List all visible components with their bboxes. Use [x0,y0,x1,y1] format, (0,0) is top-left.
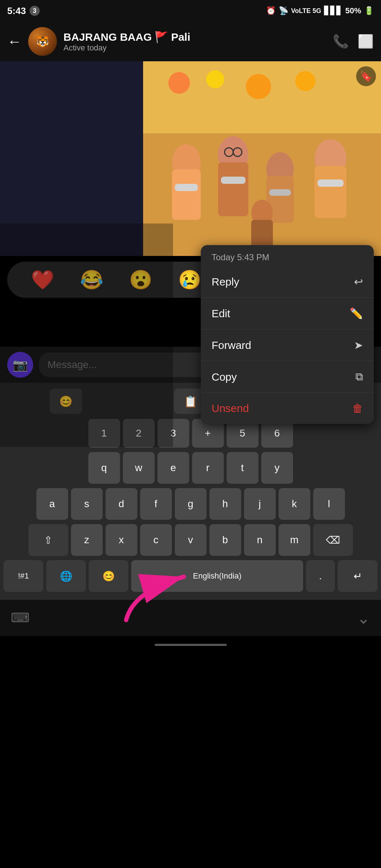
context-forward[interactable]: Forward ➤ [201,329,374,361]
context-edit[interactable]: Edit ✏️ [201,298,374,329]
contact-status: Active today [63,43,326,53]
bookmark-button[interactable]: 🔖 [356,66,376,86]
header-actions: 📞 ⬜ [333,34,374,49]
qwerty-row2: a s d f g h j k l [4,488,377,520]
reply-icon: ↩ [354,275,363,288]
network-icon: VoLTE 5G [291,7,321,15]
context-unsend[interactable]: Unsend 🗑 [201,393,374,424]
key-c[interactable]: c [140,524,172,556]
svg-point-3 [168,72,190,94]
key-d[interactable]: d [106,488,137,520]
time-display: 5:43 [7,5,26,17]
key-w[interactable]: w [123,452,155,484]
edit-label: Edit [212,307,230,320]
avatar-image: 🐯 [28,27,57,56]
edit-icon: ✏️ [350,307,363,320]
battery-icon: 🔋 [364,6,374,15]
copy-label: Copy [212,371,237,383]
svg-rect-15 [269,189,291,196]
call-button[interactable]: 📞 [333,34,349,49]
svg-rect-17 [315,166,346,218]
keyboard-bottom-icon[interactable]: ⌨ [11,610,30,625]
video-call-button[interactable]: ⬜ [358,34,374,49]
key-y[interactable]: y [261,452,293,484]
svg-rect-11 [218,162,248,216]
image-content [143,61,381,256]
svg-rect-12 [221,177,245,184]
svg-point-6 [295,71,315,91]
key-k[interactable]: k [279,488,310,520]
shared-image [143,61,381,256]
alarm-icon: ⏰ [266,6,276,15]
status-bar: 5:43 3 ⏰ 📡 VoLTE 5G ▋▋▋ 50% 🔋 [0,0,381,22]
svg-rect-9 [175,184,198,191]
contact-info: BAJRANG BAAG 🚩 Pali Active today [63,31,326,53]
key-n[interactable]: n [244,524,276,556]
reply-label: Reply [212,276,239,288]
context-menu-backdrop [0,223,173,447]
backspace-key[interactable]: ⌫ [313,524,353,556]
key-j[interactable]: j [244,488,276,520]
signal-icon: ▋▋▋ [324,6,342,15]
key-h[interactable]: h [209,488,241,520]
forward-icon: ➤ [354,339,363,351]
key-s[interactable]: s [71,488,103,520]
unsend-label: Unsend [212,402,249,415]
context-timestamp: Today 5:43 PM [201,245,374,266]
back-button[interactable]: ← [7,34,22,50]
contact-name: BAJRANG BAAG 🚩 Pali [63,31,326,43]
key-l[interactable]: l [313,488,345,520]
copy-icon: ⧉ [355,371,363,383]
context-copy[interactable]: Copy ⧉ [201,361,374,393]
key-e[interactable]: e [158,452,189,484]
shift-key[interactable]: ⇧ [28,524,68,556]
chat-header: ← 🐯 BAJRANG BAAG 🚩 Pali Active today 📞 ⬜ [0,22,381,61]
key-b[interactable]: b [209,524,241,556]
battery-percent: 50% [345,6,361,15]
qwerty-row3: ⇧ z x c v b n m ⌫ [4,524,377,556]
keyboard-bottom-row: !#1 🌐 😊 English(India) . ↵ [4,560,377,592]
key-x[interactable]: x [106,524,137,556]
status-right: ⏰ 📡 VoLTE 5G ▋▋▋ 50% 🔋 [266,6,374,15]
forward-label: Forward [212,339,251,351]
svg-point-4 [206,70,224,88]
home-bar [155,644,227,646]
smiley-bottom-key[interactable]: 😊 [89,560,128,592]
space-key[interactable]: English(India) [131,560,303,592]
key-v[interactable]: v [175,524,207,556]
status-left: 5:43 3 [7,5,40,17]
key-q[interactable]: q [88,452,120,484]
home-indicator [0,636,381,654]
hotspot-icon: 📡 [279,6,288,15]
period-key[interactable]: . [306,560,335,592]
key-z[interactable]: z [71,524,103,556]
qwerty-row1: q w e r t y [4,452,377,484]
key-g[interactable]: g [175,488,207,520]
bottom-bar: ⌨ ⌄ [0,600,381,636]
context-menu: Today 5:43 PM Reply ↩ Edit ✏️ Forward ➤ … [201,245,374,424]
group-photo-svg [143,61,381,256]
contact-avatar[interactable]: 🐯 [28,27,57,56]
key-m[interactable]: m [279,524,310,556]
key-f[interactable]: f [140,488,172,520]
globe-key[interactable]: 🌐 [46,560,86,592]
chevron-down-icon[interactable]: ⌄ [357,609,370,627]
emoji-cry[interactable]: 😢 [178,269,201,291]
context-reply[interactable]: Reply ↩ [201,266,374,298]
key-a[interactable]: a [36,488,68,520]
unsend-icon: 🗑 [352,402,363,415]
svg-rect-8 [172,169,201,220]
notification-badge: 3 [30,6,40,16]
key-t[interactable]: t [227,452,258,484]
svg-point-5 [246,74,271,99]
special-key[interactable]: !#1 [4,560,43,592]
key-r[interactable]: r [192,452,224,484]
svg-rect-18 [318,180,344,187]
enter-key[interactable]: ↵ [338,560,377,592]
